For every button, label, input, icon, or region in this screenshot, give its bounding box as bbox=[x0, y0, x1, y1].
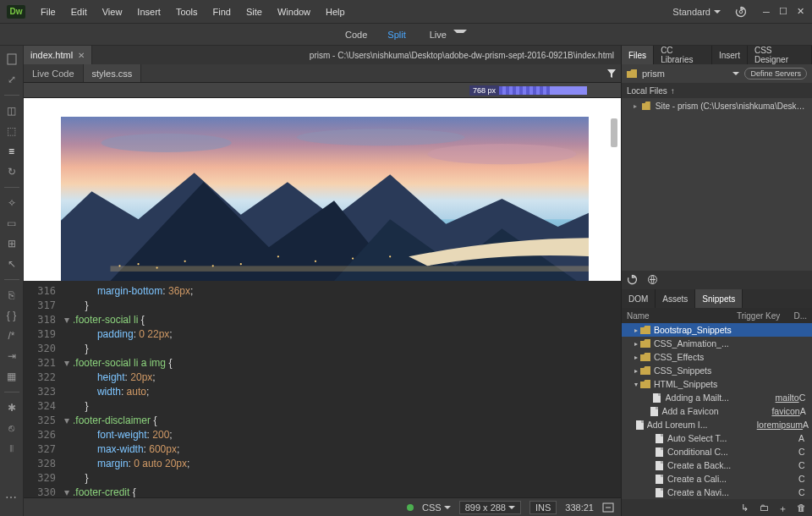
columns-icon[interactable]: ⫴ bbox=[5, 442, 19, 455]
chevron-down-icon[interactable] bbox=[732, 72, 739, 75]
snippet-folder[interactable]: ▾HTML_Snippets bbox=[622, 377, 812, 391]
desc-initial: A bbox=[798, 433, 809, 443]
filter-icon[interactable] bbox=[602, 64, 621, 82]
brackets-icon[interactable]: { } bbox=[5, 309, 19, 322]
tab-css-designer[interactable]: CSS Designer bbox=[748, 46, 812, 64]
workspace-switcher[interactable]: Standard bbox=[667, 5, 726, 19]
snippet-item[interactable]: Auto Select T...A bbox=[622, 431, 812, 445]
local-files-header[interactable]: Local Files ↑ bbox=[622, 83, 812, 98]
insert-snippet-icon[interactable]: ↳ bbox=[741, 502, 751, 513]
refresh-icon[interactable] bbox=[627, 274, 639, 286]
expand-triangle-icon[interactable]: ▸ bbox=[632, 340, 640, 348]
overflow-icon[interactable] bbox=[602, 502, 614, 513]
sync-settings-icon[interactable] bbox=[734, 5, 748, 19]
svg-point-6 bbox=[427, 144, 576, 164]
menu-file[interactable]: File bbox=[34, 3, 63, 20]
refresh-icon[interactable]: ↻ bbox=[5, 165, 19, 178]
code-nav-icon[interactable]: ⎘ bbox=[5, 288, 19, 302]
view-live[interactable]: Live bbox=[423, 23, 470, 47]
expand-icon[interactable]: ⤢ bbox=[5, 73, 19, 86]
col-name[interactable]: Name bbox=[627, 311, 737, 321]
inspect-icon[interactable]: ◫ bbox=[5, 104, 19, 118]
view-split[interactable]: Split bbox=[384, 26, 409, 43]
star-icon[interactable]: ✱ bbox=[5, 401, 19, 414]
snippet-item[interactable]: Adding a Mailt...mailtoC bbox=[622, 391, 812, 404]
snippet-item[interactable]: Add a FaviconfaviconA bbox=[622, 404, 812, 418]
snippet-folder[interactable]: ▸Bootstrap_Snippets bbox=[622, 323, 812, 337]
menu-site[interactable]: Site bbox=[239, 3, 269, 20]
ruler-icon[interactable]: ▭ bbox=[5, 217, 19, 230]
related-file-styles[interactable]: styles.css bbox=[84, 64, 142, 82]
document-tabs: index.html ✕ prism - C:\Users\nishkuma\D… bbox=[24, 46, 621, 64]
preview-scrollbar[interactable] bbox=[611, 118, 617, 147]
snippet-item[interactable]: Create a Navi...C bbox=[622, 486, 812, 499]
menu-window[interactable]: Window bbox=[271, 3, 317, 20]
snippet-folder[interactable]: ▸CSS_Effects bbox=[622, 350, 812, 364]
view-code[interactable]: Code bbox=[342, 26, 370, 43]
tab-files[interactable]: Files bbox=[622, 46, 654, 64]
folder-icon bbox=[640, 380, 650, 388]
live-view-icon[interactable]: ≡ bbox=[5, 145, 19, 158]
link-icon[interactable]: ⎋ bbox=[5, 421, 19, 435]
tab-dom[interactable]: DOM bbox=[622, 289, 656, 308]
menu-tools[interactable]: Tools bbox=[169, 3, 205, 20]
snippets-tree[interactable]: ▸Bootstrap_Snippets▸CSS_Animation_...▸CS… bbox=[622, 323, 812, 499]
doc-icon[interactable] bbox=[5, 52, 19, 66]
snippet-folder[interactable]: ▸CSS_Animation_... bbox=[622, 337, 812, 350]
preview-page bbox=[61, 117, 589, 281]
guides-icon[interactable]: ⊞ bbox=[5, 237, 19, 250]
col-desc[interactable]: D... bbox=[793, 311, 807, 321]
col-trigger[interactable]: Trigger Key bbox=[737, 311, 780, 321]
menu-help[interactable]: Help bbox=[319, 3, 352, 20]
code-editor[interactable]: 3163173183193203213223233243253263273283… bbox=[24, 281, 621, 497]
tab-insert[interactable]: Insert bbox=[712, 46, 748, 64]
menu-insert[interactable]: Insert bbox=[130, 3, 167, 20]
lang-selector[interactable]: CSS bbox=[422, 502, 451, 513]
tab-assets[interactable]: Assets bbox=[656, 289, 695, 308]
close-button[interactable]: ✕ bbox=[795, 7, 805, 17]
new-snippet-icon[interactable]: ＋ bbox=[778, 502, 788, 513]
live-preview-pane[interactable] bbox=[24, 98, 621, 281]
snippet-item[interactable]: Create a Cali...C bbox=[622, 472, 812, 486]
menu-find[interactable]: Find bbox=[206, 3, 238, 20]
select-icon[interactable]: ⬚ bbox=[5, 124, 19, 138]
define-servers-button[interactable]: Define Servers bbox=[744, 68, 807, 80]
snippet-item[interactable]: Add Loreum I...loremipsumA bbox=[622, 418, 812, 431]
snippet-item[interactable]: Create a Back...C bbox=[622, 458, 812, 472]
snippets-panel-tabs: DOM Assets Snippets bbox=[622, 289, 812, 308]
more-icon[interactable]: ⋯ bbox=[5, 491, 19, 504]
new-folder-icon[interactable]: 🗀 bbox=[760, 502, 770, 513]
expand-triangle-icon[interactable]: ▸ bbox=[632, 327, 640, 334]
code-content[interactable]: margin-bottom: 36px; } ▾.footer-social l… bbox=[61, 281, 621, 497]
close-icon[interactable]: ✕ bbox=[78, 51, 85, 60]
format-icon[interactable]: ⇥ bbox=[5, 349, 19, 363]
chevron-down-icon bbox=[444, 506, 451, 509]
snippet-folder[interactable]: ▸CSS_Snippets bbox=[622, 364, 812, 377]
wand-icon[interactable]: ✧ bbox=[5, 196, 19, 210]
document-tab-index[interactable]: index.html ✕ bbox=[24, 46, 92, 64]
site-name[interactable]: prism bbox=[642, 69, 665, 79]
minimize-button[interactable]: ─ bbox=[761, 7, 771, 17]
site-root-row[interactable]: ▸ Site - prism (C:\Users\nishkuma\Deskto… bbox=[622, 98, 812, 113]
maximize-button[interactable]: ☐ bbox=[778, 7, 788, 17]
tab-cc-libraries[interactable]: CC Libraries bbox=[654, 46, 712, 64]
dimensions-readout[interactable]: 899 x 288 bbox=[459, 501, 521, 514]
menu-edit[interactable]: Edit bbox=[64, 3, 94, 20]
live-code-tab[interactable]: Live Code bbox=[24, 64, 84, 82]
menu-view[interactable]: View bbox=[96, 3, 129, 20]
snippet-item[interactable]: Conditional C...C bbox=[622, 445, 812, 458]
insert-mode[interactable]: INS bbox=[529, 501, 557, 514]
tab-snippets[interactable]: Snippets bbox=[695, 289, 743, 308]
chevron-down-icon bbox=[714, 10, 721, 14]
expand-triangle-icon[interactable]: ▸ bbox=[634, 102, 637, 110]
expand-triangle-icon[interactable]: ▸ bbox=[632, 354, 640, 361]
breakpoint-marker[interactable]: 768 px bbox=[469, 83, 587, 98]
pointer-icon[interactable]: ↖ bbox=[5, 257, 19, 271]
expand-triangle-icon[interactable]: ▸ bbox=[632, 367, 640, 375]
link-icon[interactable] bbox=[647, 274, 659, 286]
svg-point-8 bbox=[137, 263, 139, 265]
collapse-icon[interactable]: ▦ bbox=[5, 370, 19, 383]
comment-icon[interactable]: /* bbox=[5, 329, 19, 343]
delete-icon[interactable]: 🗑 bbox=[797, 502, 807, 513]
expand-triangle-icon[interactable]: ▾ bbox=[632, 381, 640, 388]
